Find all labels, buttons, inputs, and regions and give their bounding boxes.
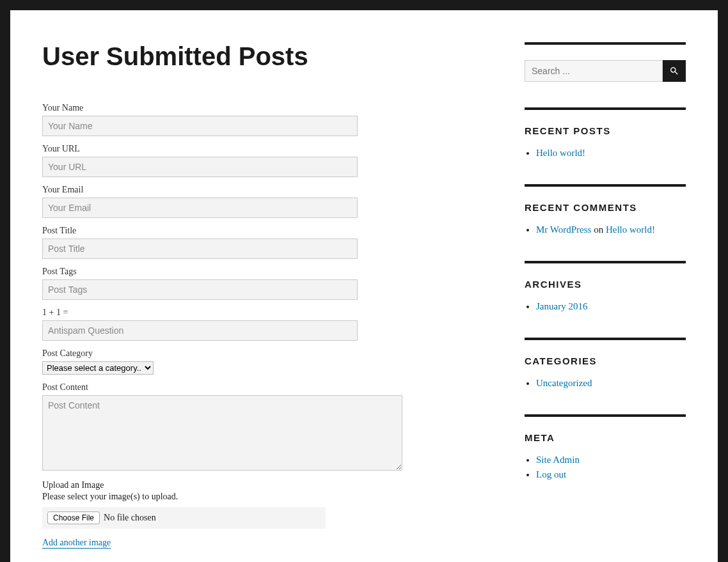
upload-description: Please select your image(s) to upload. [42, 492, 486, 502]
input-antispam[interactable] [42, 320, 358, 341]
list-item: Log out [536, 469, 686, 480]
meta-heading: META [525, 432, 686, 443]
archives-heading: ARCHIVES [525, 279, 686, 290]
list-item: Hello world! [536, 148, 686, 159]
label-post-title: Post Title [42, 226, 486, 236]
meta-link-logout[interactable]: Log out [536, 469, 566, 480]
search-widget [525, 42, 686, 82]
upload-section: Upload an Image Please select your image… [42, 480, 486, 562]
list-item: January 2016 [536, 301, 686, 312]
recent-posts-heading: RECENT POSTS [525, 125, 686, 136]
field-antispam: 1 + 1 = [42, 308, 486, 341]
archives-widget: ARCHIVES January 2016 [525, 261, 686, 312]
input-your-email[interactable] [42, 198, 358, 218]
select-post-category[interactable]: Please select a category.. [42, 361, 154, 375]
comment-author-link[interactable]: Mr WordPress [536, 224, 591, 235]
search-icon [669, 66, 679, 76]
file-status: No file chosen [104, 513, 156, 523]
categories-heading: CATEGORIES [525, 355, 686, 366]
comment-separator: on [591, 224, 606, 235]
meta-link-site-admin[interactable]: Site Admin [536, 455, 580, 465]
recent-comments-widget: RECENT COMMENTS Mr WordPress on Hello wo… [525, 184, 686, 235]
label-post-tags: Post Tags [42, 267, 486, 277]
search-button[interactable] [663, 60, 686, 82]
field-post-tags: Post Tags [42, 267, 486, 300]
textarea-post-content[interactable] [42, 395, 402, 471]
label-your-email: Your Email [42, 185, 486, 195]
comment-post-link[interactable]: Hello world! [606, 224, 655, 235]
archive-link[interactable]: January 2016 [536, 301, 587, 311]
list-item: Mr WordPress on Hello world! [536, 224, 686, 235]
main-content: User Submitted Posts Your Name Your URL … [42, 42, 486, 562]
category-link[interactable]: Uncategorized [536, 378, 592, 388]
list-item: Site Admin [536, 455, 686, 465]
list-item: Uncategorized [536, 378, 686, 389]
field-post-title: Post Title [42, 226, 486, 259]
choose-file-button[interactable]: Choose File [47, 511, 100, 524]
sidebar: RECENT POSTS Hello world! RECENT COMMENT… [525, 42, 686, 562]
input-your-name[interactable] [42, 116, 358, 136]
search-input[interactable] [525, 60, 663, 82]
field-your-url: Your URL [42, 144, 486, 177]
recent-post-link[interactable]: Hello world! [536, 148, 585, 158]
input-post-tags[interactable] [42, 279, 358, 300]
recent-posts-widget: RECENT POSTS Hello world! [525, 107, 686, 159]
field-post-content: Post Content [42, 382, 486, 472]
field-your-email: Your Email [42, 185, 486, 218]
label-antispam: 1 + 1 = [42, 308, 486, 318]
label-your-url: Your URL [42, 144, 486, 154]
meta-widget: META Site Admin Log out [525, 414, 686, 480]
add-image-link[interactable]: Add another image [42, 538, 111, 549]
categories-widget: CATEGORIES Uncategorized [525, 338, 686, 389]
file-row: Choose File No file chosen [42, 507, 326, 529]
label-post-content: Post Content [42, 382, 486, 393]
input-your-url[interactable] [42, 157, 358, 177]
label-post-category: Post Category [42, 348, 486, 359]
page-title: User Submitted Posts [42, 42, 486, 71]
input-post-title[interactable] [42, 238, 358, 259]
label-upload: Upload an Image [42, 480, 486, 490]
recent-comments-heading: RECENT COMMENTS [525, 202, 686, 213]
field-your-name: Your Name [42, 103, 486, 136]
label-your-name: Your Name [42, 103, 486, 113]
field-post-category: Post Category Please select a category.. [42, 348, 486, 375]
